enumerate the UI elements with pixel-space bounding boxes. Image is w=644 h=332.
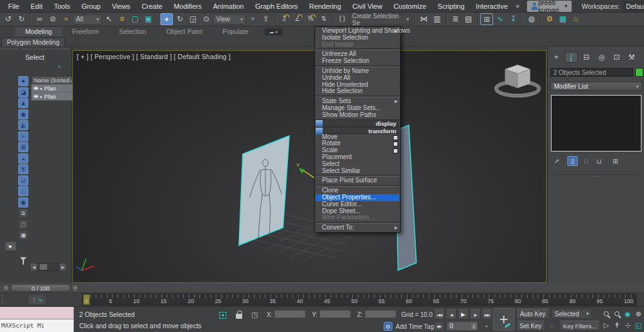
command-panel-tab[interactable]: ∫ <box>565 52 578 63</box>
display-filter-toggle[interactable]: ▣ <box>18 230 28 240</box>
ribbon-tab[interactable]: Populate <box>213 27 258 36</box>
walk-through-button[interactable]: ↟ <box>612 320 622 330</box>
show-end-result-toggle[interactable]: ▯ <box>567 156 578 166</box>
context-menu-item[interactable]: Wire Parameters... ▶ <box>316 214 399 221</box>
undo-button[interactable]: ↺ <box>2 13 14 25</box>
menu-item[interactable]: Graph Editors <box>250 0 304 13</box>
context-menu-item[interactable]: Scale ▶ <box>316 147 399 154</box>
filter-funnel-icon[interactable] <box>18 254 28 264</box>
spinner-snap-toggle[interactable]: ⇅ <box>318 13 330 25</box>
go-to-end-button[interactable]: ▶▶| <box>482 309 492 319</box>
panel-grip[interactable] <box>21 48 69 50</box>
command-panel-tab[interactable]: + <box>550 52 563 63</box>
redo-button[interactable]: ↻ <box>15 13 28 25</box>
select-by-name-button[interactable]: ≡ <box>116 13 128 25</box>
context-menu-item[interactable]: Convert To: ▶ <box>316 224 399 231</box>
context-menu-item[interactable]: ▶ <box>316 96 399 97</box>
select-and-manipulate-button[interactable]: + <box>247 13 259 25</box>
make-unique-button[interactable]: ∷ <box>580 156 591 166</box>
display-filter-toggle[interactable]: ⊔ <box>18 175 28 185</box>
context-menu-item[interactable]: Isolate Selection ▶ <box>316 35 399 42</box>
panel-expand-arrow-button[interactable]: ▶ <box>5 241 16 251</box>
display-filter-toggle[interactable]: ◉ <box>18 109 28 119</box>
scroll-right-button[interactable]: ▶ <box>59 263 67 271</box>
display-filter-toggle[interactable]: ⊞ <box>18 142 28 152</box>
bind-to-space-warp-button[interactable]: ≈ <box>60 13 72 25</box>
isolate-selection-toggle-icon[interactable] <box>219 312 226 319</box>
open-mini-curve-editor-button[interactable]: ⋮ ∿ <box>28 294 47 305</box>
menu-item[interactable]: Group <box>75 0 106 13</box>
go-to-start-button[interactable]: |◀◀ <box>434 309 445 319</box>
edit-named-selection-sets-button[interactable]: { } <box>336 13 348 25</box>
display-filter-toggle[interactable]: ◪ <box>18 87 28 97</box>
context-menu-item[interactable]: ▶ <box>316 48 399 50</box>
explorer-object-row[interactable]: ◉ ● Plan <box>31 84 72 92</box>
key-selection-dropdown[interactable]: Selected ▾ <box>552 309 592 319</box>
keyboard-shortcut-override-toggle[interactable]: ⇧ <box>260 13 272 25</box>
context-menu-item[interactable]: End Isolate ▶ <box>316 42 399 48</box>
display-filter-toggle[interactable]: ∴ <box>18 186 28 196</box>
context-menu-item[interactable]: Curve Editor... ▶ <box>316 201 399 208</box>
menu-overflow-chevron[interactable]: » <box>513 3 522 9</box>
context-menu-item[interactable]: Select Similar ▶ <box>316 168 399 175</box>
explorer-object-row[interactable]: ◉ ● Plan <box>31 92 72 101</box>
menu-item[interactable]: Animation <box>208 0 250 13</box>
render-production-button[interactable]: ♨ <box>570 13 582 25</box>
menu-item[interactable]: Civil View <box>347 0 387 13</box>
context-menu-item[interactable]: State Sets ▶ <box>316 98 399 105</box>
set-keys-button[interactable]: + <box>493 308 514 331</box>
display-filter-toggle[interactable]: □ <box>18 219 28 230</box>
play-animation-button[interactable]: ▶ <box>458 309 469 319</box>
context-menu-item[interactable]: Show Motion Paths ▶ <box>316 112 399 119</box>
scroll-left-button[interactable]: ◀ <box>30 263 38 271</box>
menu-item[interactable]: Interactive <box>470 0 514 13</box>
context-menu-item[interactable]: Hide Selection ▶ <box>316 88 399 95</box>
context-menu-item[interactable]: Placement ▶ <box>316 154 399 161</box>
context-menu-item[interactable]: Clone ▶ <box>316 187 399 194</box>
object-color-swatch[interactable] <box>635 68 643 77</box>
context-menu-item[interactable]: Dope Sheet... ▶ <box>316 208 399 215</box>
rectangular-selection-region-button[interactable]: ▢ <box>129 13 142 25</box>
perspective-viewport[interactable]: Y [ + ] [ Perspective ] [ Standard ] [ D… <box>72 50 547 283</box>
select-and-scale-button[interactable]: ◲ <box>187 13 199 25</box>
ribbon-tab[interactable]: Selection <box>109 27 156 36</box>
remove-modifier-button[interactable]: ⊔ <box>594 156 604 166</box>
absolute-offset-mode-icon[interactable]: ◳ <box>250 310 259 319</box>
render-setup-button[interactable]: ⚙ <box>543 13 556 25</box>
context-menu-item[interactable]: Viewport Lighting and Shadows ▶ <box>316 28 399 35</box>
y-coordinate-input[interactable] <box>319 310 351 318</box>
context-menu-item[interactable]: Unfreeze All ▶ <box>316 51 399 58</box>
panel-grip[interactable] <box>1 48 18 50</box>
viewport-label[interactable]: [ + ] [ Perspective ] [ Standard ] [ Def… <box>77 53 231 60</box>
display-filter-toggle[interactable]: ≣ <box>18 208 28 218</box>
menu-item[interactable]: Customize <box>388 0 432 13</box>
object-color-dot-icon[interactable]: ● <box>40 94 42 99</box>
next-frame-button[interactable]: |▶ <box>470 309 480 319</box>
context-menu-item[interactable]: Select ▶ <box>316 161 399 168</box>
context-menu-item[interactable]: Place Pivot Surface ▶ <box>316 177 399 184</box>
visibility-eye-icon[interactable]: ◉ <box>33 86 38 91</box>
context-menu-item[interactable]: transform ▶ <box>316 127 399 134</box>
x-coordinate-input[interactable] <box>274 310 306 318</box>
command-panel-tab[interactable]: ⊡ <box>610 52 623 63</box>
toggle-ribbon-button[interactable]: ⊞ <box>480 13 493 25</box>
previous-frame-button[interactable]: < <box>3 284 9 292</box>
set-key-button[interactable]: Set Key <box>516 321 545 331</box>
panel-grip[interactable] <box>2 295 3 304</box>
key-mode-toggle[interactable]: ◀▶ <box>434 321 444 331</box>
modifier-list-dropdown[interactable]: Modifier List ▾ <box>550 82 642 91</box>
display-filter-toggle[interactable]: ◉ <box>18 197 28 208</box>
select-and-rotate-button[interactable]: ↻ <box>174 13 186 25</box>
select-object-button[interactable]: ↖ <box>103 13 115 25</box>
ribbon-tab[interactable]: Freeform <box>62 27 109 36</box>
material-editor-button[interactable]: ◍ <box>525 13 538 25</box>
menu-item[interactable]: Tools <box>48 0 76 13</box>
context-menu-item[interactable]: Freeze Selection ▶ <box>316 58 399 65</box>
selection-filter-dropdown[interactable]: All ▾ <box>73 14 102 25</box>
next-frame-button[interactable]: > <box>72 284 79 292</box>
auto-key-button[interactable]: Auto Key <box>516 309 549 319</box>
selection-lock-icon[interactable] <box>235 311 242 319</box>
menu-item[interactable]: File <box>3 0 25 13</box>
command-panel-tab[interactable]: ◎ <box>595 52 608 63</box>
configure-modifier-sets-button[interactable]: ⊞ <box>610 156 621 166</box>
